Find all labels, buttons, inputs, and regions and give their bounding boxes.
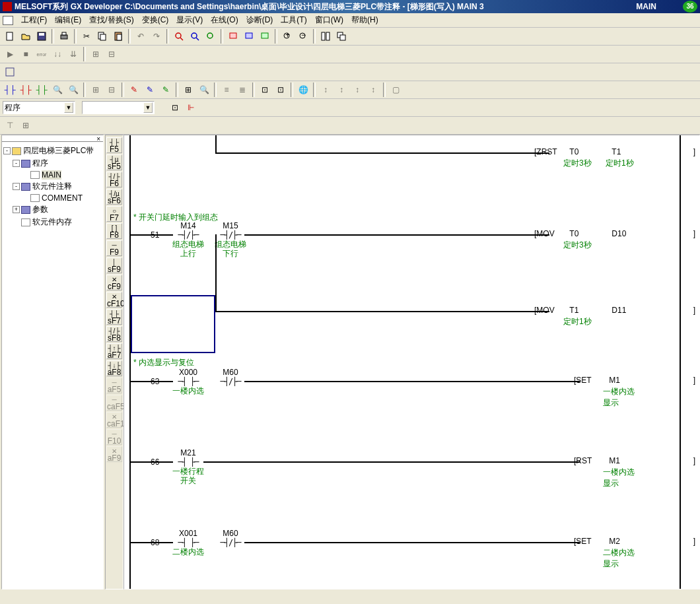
tree-item-4[interactable]: COMMENT	[3, 193, 102, 203]
cut-button[interactable]: ✂	[79, 29, 94, 44]
instruction-MOV[interactable]: [MOVT0D10]定时3秒	[534, 229, 680, 251]
sym12-button[interactable]: 🔍	[197, 83, 211, 97]
rung-2[interactable]: [MOVT1D11]定时1秒	[131, 298, 680, 364]
sym8-button[interactable]: ✎	[127, 83, 141, 97]
search-coil-button[interactable]	[188, 29, 202, 44]
notification-badge[interactable]: 36	[683, 1, 697, 13]
sm1-button: ⊤	[3, 118, 17, 133]
rung-1[interactable]: 51M14─┤/├─组态电梯上行M15─┤/├─组态电梯下行[MOVT0D10]…	[131, 221, 680, 287]
copy-button[interactable]	[95, 29, 110, 44]
chevron-down-icon: ▼	[143, 102, 153, 113]
sym3-button[interactable]: ┤├	[34, 83, 49, 97]
sym1-button[interactable]: ┤├	[3, 83, 17, 97]
contact-M21[interactable]: M21─┤ ├─一楼行程开关	[172, 448, 205, 485]
zoom-out-button[interactable]: −	[296, 29, 310, 44]
undo-button[interactable]: ↶	[133, 29, 148, 44]
palette-sF9[interactable]: │sF9	[106, 257, 122, 273]
instruction-MOV[interactable]: [MOVT1D11]定时1秒	[534, 306, 680, 327]
menu-item-6[interactable]: 诊断(D)	[242, 15, 277, 24]
redo-button[interactable]: ↷	[149, 29, 164, 44]
search-device-button[interactable]	[203, 29, 218, 44]
menu-item-0[interactable]: 工程(F)	[17, 15, 51, 24]
rung-3[interactable]: 63X000─┤ ├─一楼内选M60─┤/├─[SETM1]一楼内选显示	[131, 368, 680, 434]
contact-X000[interactable]: X000─┤ ├─一楼内选	[172, 368, 205, 395]
tree-item-6[interactable]: 软元件内存	[3, 216, 102, 228]
sym7-button: ⊟	[104, 83, 119, 97]
menu-item-3[interactable]: 变换(C)	[138, 15, 173, 24]
tree-item-3[interactable]: -软元件注释	[3, 180, 102, 193]
contact-M60[interactable]: M60─┤/├─	[214, 368, 247, 386]
contact-M15[interactable]: M15─┤/├─组态电梯下行	[214, 221, 247, 258]
instruction-SET[interactable]: [SETM1]一楼内选显示	[574, 376, 680, 409]
window-tile-button[interactable]	[318, 29, 333, 44]
rung-5[interactable]: 68X001─┤ ├─二楼内选M60─┤/├─[SETM2]二楼内选显示	[131, 529, 680, 589]
svg-point-9	[176, 33, 181, 38]
palette-F5[interactable]: ┤├F5	[106, 137, 122, 153]
contact-X001[interactable]: X001─┤ ├─二楼内选	[172, 529, 205, 556]
palette-sF8[interactable]: ┤/├sF8	[106, 326, 122, 342]
zoom-in-button[interactable]: +	[280, 29, 295, 44]
menu-item-1[interactable]: 编辑(E)	[51, 15, 85, 24]
palette-F8[interactable]: [ ]F8	[106, 223, 122, 239]
contact-M60[interactable]: M60─┤/├─	[214, 529, 247, 547]
expand-icon[interactable]: -	[13, 183, 20, 190]
expand-icon[interactable]: +	[13, 206, 20, 213]
sym16-button[interactable]: ⊡	[273, 83, 288, 97]
monitor-write-button[interactable]	[242, 29, 256, 44]
monitor-all-button[interactable]	[258, 29, 272, 44]
palette-aF7[interactable]: ┤↑├aF7	[106, 343, 122, 359]
paste-button[interactable]	[111, 29, 125, 44]
rung-0[interactable]: [ZRSTT0T1]定时3秒定时1秒	[131, 135, 680, 201]
monitor-button[interactable]	[226, 29, 240, 44]
tree-item-0[interactable]: -四层电梯三菱PLC带	[3, 145, 102, 157]
sym17-button[interactable]: 🌐	[296, 83, 310, 97]
menu-item-4[interactable]: 显示(V)	[172, 15, 207, 24]
instruction-SET[interactable]: [SETM2]二楼内选显示	[574, 537, 680, 570]
sym9-button[interactable]: ✎	[143, 83, 157, 97]
contact-M14[interactable]: M14─┤/├─组态电梯上行	[172, 221, 205, 258]
window-cascade-button[interactable]	[334, 29, 349, 44]
expand-icon[interactable]: -	[13, 160, 20, 167]
program-type-combo[interactable]: 程序 ▼	[3, 101, 75, 114]
menu-item-8[interactable]: 窗口(W)	[311, 15, 347, 24]
rung-4[interactable]: 66M21─┤ ├─一楼行程开关[RSTM1]一楼内选显示	[131, 448, 680, 514]
sym11-button[interactable]: ⊞	[181, 83, 195, 97]
menu-item-2[interactable]: 查找/替换(S)	[85, 15, 137, 24]
menu-item-7[interactable]: 工具(T)	[277, 15, 310, 24]
goto2-button[interactable]: ⊩	[184, 100, 198, 115]
new-button[interactable]	[3, 29, 17, 44]
palette-F7[interactable]: ○F7	[106, 206, 122, 222]
project-tree[interactable]: -四层电梯三菱PLC带-程序MAIN-软元件注释COMMENT+参数软元件内存	[2, 142, 103, 231]
palette-cF9[interactable]: ✕cF9	[106, 275, 122, 290]
ladder-editor[interactable]: * 开关门延时输入到组态* 内选显示与复位[ZRSTT0T1]定时3秒定时1秒5…	[123, 135, 700, 589]
tree-close-button[interactable]: ×	[2, 135, 103, 142]
instruction-RST[interactable]: [RSTM1]一楼内选显示	[574, 456, 680, 489]
sym15-button[interactable]: ⊡	[258, 83, 272, 97]
program-name-combo[interactable]: ▼	[82, 101, 155, 114]
sym2-button[interactable]: ┤├	[18, 83, 33, 97]
print-button[interactable]	[57, 29, 71, 44]
menu-item-5[interactable]: 在线(O)	[207, 15, 242, 24]
palette-aF8[interactable]: ┤↓├aF8	[106, 360, 122, 376]
tree-item-1[interactable]: -程序	[3, 157, 102, 170]
palette-cF10[interactable]: ✕cF10	[106, 292, 122, 308]
search-contact-button[interactable]	[172, 29, 186, 44]
view-button[interactable]	[3, 65, 17, 79]
goto-button[interactable]: ⊡	[168, 100, 182, 115]
sym5-button[interactable]: 🔍	[66, 83, 81, 97]
palette-sF7[interactable]: ┤├sF7	[106, 309, 122, 325]
tree-item-5[interactable]: +参数	[3, 203, 102, 216]
instruction-ZRST[interactable]: [ZRSTT0T1]定时3秒定时1秒	[534, 147, 680, 169]
menu-item-9[interactable]: 帮助(H)	[347, 15, 382, 24]
palette-sF5[interactable]: ┤µsF5	[106, 154, 122, 170]
palette-F9[interactable]: ─F9	[106, 240, 122, 256]
expand-icon[interactable]: -	[3, 147, 11, 154]
palette-sF6[interactable]: ┤/µsF6	[106, 189, 122, 205]
sym10-button[interactable]: ✎	[158, 83, 173, 97]
save-button[interactable]	[34, 29, 49, 44]
palette-F6[interactable]: ┤/├F6	[106, 172, 122, 187]
open-button[interactable]	[18, 29, 33, 44]
instruction-arg-comment: 定时3秒	[563, 158, 606, 169]
tree-item-2[interactable]: MAIN	[3, 170, 102, 180]
sym4-button[interactable]: 🔍	[50, 83, 65, 97]
